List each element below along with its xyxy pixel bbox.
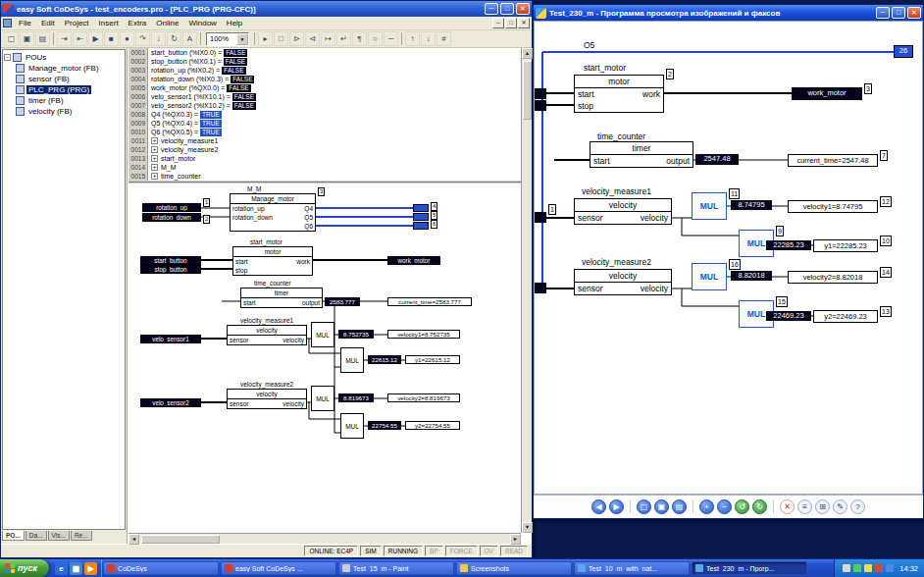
watch-row[interactable]: 0006velo_sensor1 (%IX10.1)=FALSE (128, 92, 521, 101)
out-y1[interactable]: y1=22615.12 (405, 355, 460, 364)
mdi-close-button[interactable]: ✕ (518, 18, 530, 28)
best-fit-icon[interactable]: ▢ (637, 499, 651, 514)
io-q4-output[interactable] (413, 204, 429, 212)
actual-size-icon[interactable]: ▣ (654, 499, 669, 514)
tray-icon[interactable] (853, 564, 861, 572)
tab-visualizations[interactable]: Vis... (48, 531, 70, 541)
io-rotation-up[interactable]: rotation_up (142, 203, 201, 212)
zoom-in-icon[interactable]: + (699, 499, 714, 514)
display-order-icon[interactable]: # (436, 31, 451, 46)
mdi-minimize-button[interactable]: ─ (492, 18, 504, 28)
menu-file[interactable]: File (14, 19, 36, 27)
mdi-restore-button[interactable]: □ (505, 18, 517, 28)
zoom-out-icon[interactable]: − (717, 499, 732, 514)
insert-return-icon[interactable]: ↵ (336, 31, 351, 46)
next-image-icon[interactable]: ▶ (609, 499, 624, 514)
close-button[interactable]: ✕ (516, 3, 530, 15)
logout-icon[interactable]: ⇤ (73, 31, 87, 46)
fb-mul[interactable]: MUL (340, 347, 364, 373)
step-into-icon[interactable]: ↓ (151, 31, 166, 46)
help-icon[interactable]: ? (850, 499, 865, 514)
expand-icon[interactable]: + (151, 155, 158, 162)
vertical-scrollbar[interactable]: ▲ ▼ (521, 48, 532, 533)
taskbar-button-screenshots[interactable]: Screenshots (456, 561, 572, 575)
io-velo-sensor1[interactable]: velo_sensor1 (140, 335, 201, 343)
watch-row[interactable]: 0011+velocity_measure1 (128, 136, 521, 145)
tab-datatypes[interactable]: Da... (26, 531, 47, 541)
insert-input-icon[interactable]: ⊳ (289, 31, 304, 46)
fb-time-counter[interactable]: timer startoutput (240, 288, 323, 308)
tree-item-timer[interactable]: timer (FB) (4, 95, 124, 106)
io-velo-sensor2[interactable]: velo_sensor2 (140, 398, 201, 407)
io-rotation-down[interactable]: rotation_down (142, 213, 201, 222)
out-velocity2[interactable]: velocity2=8.819673 (387, 393, 460, 402)
io-work-motor[interactable]: work_motor (387, 256, 440, 265)
zoom-combo[interactable]: 100% ▼ (206, 32, 249, 46)
insert-comment-icon[interactable]: ¶ (352, 31, 367, 46)
insert-jump-icon[interactable]: ↦ (321, 31, 335, 46)
watch-row[interactable]: 0004rotation_down (%IX0.3)=FALSE (128, 75, 521, 83)
maximize-button[interactable]: □ (500, 3, 514, 15)
scrollbar-thumb[interactable] (523, 61, 532, 120)
connection-mode-icon[interactable]: ─ (384, 31, 398, 46)
order-down-icon[interactable]: ↓ (421, 31, 436, 46)
close-button[interactable]: ✕ (907, 7, 921, 19)
save-icon[interactable]: ▤ (35, 31, 50, 46)
insert-output-icon[interactable]: ⊲ (305, 31, 320, 46)
tree-root[interactable]: − POUs (4, 52, 124, 63)
taskbar-button-easysoft[interactable]: easy Soft CoDeSys ... (221, 561, 336, 575)
insert-box-icon[interactable]: □ (274, 31, 288, 46)
scrollbar-thumb[interactable] (141, 535, 220, 544)
io-q6-output[interactable] (413, 222, 429, 230)
menu-window[interactable]: Window (183, 19, 221, 27)
scroll-up-icon[interactable]: ▲ (522, 48, 533, 59)
open-file-icon[interactable]: ▣ (20, 31, 34, 46)
internet-explorer-icon[interactable]: e (55, 562, 68, 575)
menu-project[interactable]: Project (60, 19, 94, 27)
new-file-icon[interactable]: ▢ (4, 31, 19, 46)
tree-item-sensor[interactable]: sensor (FB) (4, 74, 124, 84)
horizontal-scrollbar[interactable]: ◄ ► (128, 533, 521, 544)
single-cycle-icon[interactable]: ↻ (167, 31, 181, 46)
fb-start-motor[interactable]: motor startwork stop (232, 246, 313, 276)
watch-row[interactable]: 0015+time_counter (128, 172, 521, 181)
io-q5-output[interactable] (413, 213, 429, 221)
menu-help[interactable]: Help (222, 19, 247, 27)
step-over-icon[interactable]: ↷ (135, 31, 150, 46)
order-up-icon[interactable]: ↑ (405, 31, 420, 46)
delete-icon[interactable]: ✕ (780, 499, 795, 514)
tray-icon[interactable] (843, 564, 850, 572)
rotate-ccw-icon[interactable]: ↺ (735, 499, 749, 514)
taskbar-button-codesys[interactable]: CoDeSys (103, 561, 219, 575)
taskbar-clock[interactable]: 14:32 (899, 564, 918, 573)
out-y2[interactable]: y2=22754.55 (405, 421, 460, 430)
expand-icon[interactable]: + (151, 164, 158, 171)
viewer-titlebar[interactable]: Test_230_m - Программа просмотра изображ… (534, 5, 923, 21)
maximize-button[interactable]: □ (892, 7, 905, 19)
taskbar-button-viewer[interactable]: Test_230_m - Прогр... (692, 561, 807, 575)
watch-row[interactable]: 0003rotation_up (%IX0.2)=FALSE (128, 66, 521, 75)
watch-row[interactable]: 0009Q5 (%QX0.4)=TRUE (128, 119, 521, 128)
watch-row[interactable]: 0014+M_M (128, 163, 521, 172)
watch-row[interactable]: 0007velo_sensor2 (%IX10.2)=FALSE (128, 101, 521, 110)
taskbar-button-paint[interactable]: Test_15_m - Paint (338, 561, 454, 575)
fb-mul[interactable]: MUL (311, 386, 334, 411)
expand-icon[interactable]: + (151, 137, 158, 144)
expand-icon[interactable]: + (151, 146, 158, 153)
tray-icon[interactable] (864, 564, 872, 572)
watch-row[interactable]: 0008Q4 (%QX0.3)=TRUE (128, 110, 521, 119)
scroll-right-icon[interactable]: ► (510, 534, 521, 545)
io-start-button[interactable]: start_button (140, 256, 201, 265)
tray-icon[interactable] (875, 564, 883, 572)
fb-mul[interactable]: MUL (311, 322, 334, 347)
fb-velocity-measure1[interactable]: velocity sensorvelocity (227, 325, 307, 345)
tree-item-velocity[interactable]: velocity (FB) (4, 106, 124, 117)
slideshow-icon[interactable]: ▤ (672, 499, 687, 514)
start-button[interactable]: пуск (0, 559, 49, 577)
watch-row[interactable]: 0005work_motor (%QX0.0)=FALSE (128, 83, 521, 92)
global-search-icon[interactable]: A (182, 31, 197, 46)
edit-icon[interactable]: ✎ (833, 499, 847, 514)
fb-manage-motor[interactable]: Manage_motor rotation_upQ4 rotation_down… (230, 193, 316, 232)
previous-image-icon[interactable]: ◀ (591, 499, 606, 514)
menu-insert[interactable]: Insert (94, 19, 124, 27)
